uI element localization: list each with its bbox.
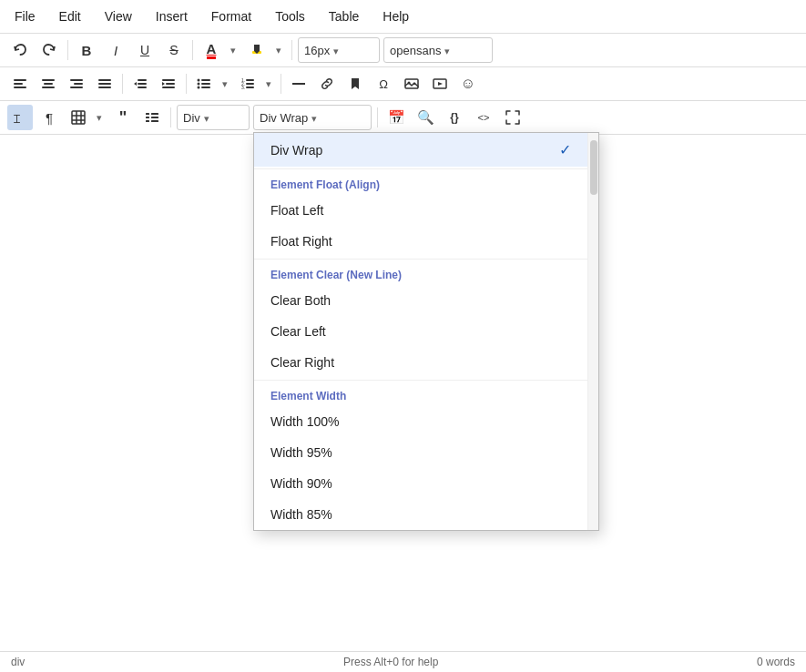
- media-button[interactable]: [427, 71, 453, 97]
- dropdown-item-width-95[interactable]: Width 95%: [254, 437, 587, 468]
- dropdown-item-width-85[interactable]: Width 85%: [254, 499, 587, 530]
- group-label-float: Element Float (Align): [254, 171, 587, 195]
- menu-tools[interactable]: Tools: [271, 7, 309, 25]
- strikethrough-button[interactable]: S: [161, 37, 187, 63]
- underline-button[interactable]: U: [132, 37, 158, 63]
- search-button[interactable]: 🔍: [413, 105, 438, 130]
- toolbar-alignment: 1. 2. 3.: [0, 67, 806, 101]
- sep1: [67, 40, 68, 60]
- div-wrap-dropdown[interactable]: Div Wrap: [253, 105, 372, 130]
- scrollbar-thumb: [590, 140, 597, 195]
- svg-rect-6: [42, 87, 55, 88]
- svg-rect-30: [246, 87, 254, 88]
- svg-rect-2: [14, 83, 23, 85]
- dropdown-item-width-100[interactable]: Width 100%: [254, 406, 587, 437]
- svg-rect-15: [138, 87, 147, 88]
- align-left-button[interactable]: [7, 71, 33, 97]
- svg-rect-44: [146, 117, 149, 118]
- font-color-group[interactable]: A: [199, 37, 240, 63]
- code-button[interactable]: {}: [442, 105, 467, 130]
- table-group[interactable]: [66, 105, 107, 130]
- highlight-button[interactable]: [244, 37, 270, 63]
- bullet-list-dropdown[interactable]: [218, 71, 232, 97]
- font-family-chevron: [444, 44, 450, 57]
- dropdown-item-divwrap[interactable]: Div Wrap ✓: [254, 133, 587, 167]
- div-tag-dropdown[interactable]: Div: [177, 105, 250, 130]
- dropdown-item-clear-both[interactable]: Clear Both: [254, 285, 587, 316]
- dropdown-item-float-right[interactable]: Float Right: [254, 226, 587, 257]
- align-justify-button[interactable]: [92, 71, 117, 97]
- svg-rect-43: [151, 113, 158, 115]
- bold-button[interactable]: B: [74, 37, 99, 63]
- check-icon: ✓: [559, 141, 571, 158]
- align-center-button[interactable]: [36, 71, 61, 97]
- font-color-dropdown[interactable]: [226, 37, 240, 63]
- paragraph-button[interactable]: ¶: [36, 105, 62, 130]
- div-tag-value: Div: [183, 111, 200, 125]
- menu-bar: File Edit View Insert Format Tools Table…: [0, 0, 806, 34]
- dropdown-item-label: Width 90%: [270, 476, 332, 491]
- svg-point-20: [198, 83, 200, 86]
- number-list-button[interactable]: 1. 2. 3.: [235, 71, 260, 97]
- source-button[interactable]: <>: [471, 105, 496, 130]
- svg-rect-18: [162, 87, 175, 88]
- menu-view[interactable]: View: [101, 7, 136, 25]
- dropdown-item-width-90[interactable]: Width 90%: [254, 468, 587, 499]
- bullet-list-button[interactable]: [191, 71, 217, 97]
- word-count: 0 words: [757, 656, 795, 668]
- font-size-dropdown[interactable]: 16px: [298, 37, 380, 63]
- dropdown-item-label: Div Wrap: [270, 143, 322, 158]
- svg-rect-17: [166, 83, 175, 85]
- fullscreen-button[interactable]: [500, 105, 525, 130]
- image-button[interactable]: [399, 71, 424, 97]
- redo-button[interactable]: [36, 37, 62, 63]
- svg-rect-1: [14, 79, 26, 81]
- font-family-dropdown[interactable]: opensans: [383, 37, 493, 63]
- highlight-dropdown[interactable]: [271, 37, 286, 63]
- font-color-button[interactable]: A: [199, 37, 224, 63]
- svg-rect-11: [98, 83, 111, 85]
- menu-table[interactable]: Table: [325, 7, 362, 25]
- menu-edit[interactable]: Edit: [56, 7, 85, 25]
- emoji-button[interactable]: ☺: [455, 71, 481, 97]
- undo-button[interactable]: [7, 37, 33, 63]
- svg-rect-7: [70, 79, 83, 81]
- svg-point-19: [198, 79, 200, 82]
- dropdown-item-label: Clear Left: [270, 324, 326, 339]
- link-button[interactable]: [314, 71, 340, 97]
- calendar-button[interactable]: 📅: [383, 105, 409, 130]
- sep5: [186, 74, 187, 94]
- outdent-button[interactable]: [128, 71, 153, 97]
- bullet-list-group[interactable]: [191, 71, 232, 97]
- bookmark-button[interactable]: [342, 71, 368, 97]
- toolbar-div: ⌶ ¶ ": [0, 101, 806, 135]
- hr-button[interactable]: [286, 71, 311, 97]
- number-list-dropdown[interactable]: [261, 71, 276, 97]
- special-char-button[interactable]: Ω: [371, 71, 396, 97]
- number-list-group[interactable]: 1. 2. 3.: [235, 71, 276, 97]
- sep7: [170, 107, 171, 127]
- italic-button[interactable]: I: [103, 37, 128, 63]
- path-indicator: div: [11, 656, 25, 668]
- menu-help[interactable]: Help: [379, 7, 413, 25]
- table-dropdown[interactable]: [92, 105, 107, 130]
- blockquote-button[interactable]: ": [110, 105, 136, 130]
- indent-button[interactable]: [156, 71, 181, 97]
- sep3: [291, 40, 292, 60]
- svg-rect-29: [246, 83, 254, 85]
- help-text: Press Alt+0 for help: [343, 656, 438, 668]
- menu-format[interactable]: Format: [208, 7, 255, 25]
- menu-insert[interactable]: Insert: [152, 7, 191, 25]
- font-family-value: opensans: [390, 44, 441, 57]
- rtl-button[interactable]: ⌶: [7, 105, 33, 130]
- menu-file[interactable]: File: [11, 7, 39, 25]
- highlight-group[interactable]: [244, 37, 286, 63]
- svg-marker-35: [438, 82, 443, 86]
- dropdown-scrollbar[interactable]: [587, 133, 598, 530]
- table-button[interactable]: [66, 105, 91, 130]
- list-style-button[interactable]: [139, 105, 165, 130]
- dropdown-item-float-left[interactable]: Float Left: [254, 195, 587, 226]
- dropdown-item-clear-right[interactable]: Clear Right: [254, 347, 587, 378]
- dropdown-item-clear-left[interactable]: Clear Left: [254, 316, 587, 347]
- align-right-button[interactable]: [64, 71, 89, 97]
